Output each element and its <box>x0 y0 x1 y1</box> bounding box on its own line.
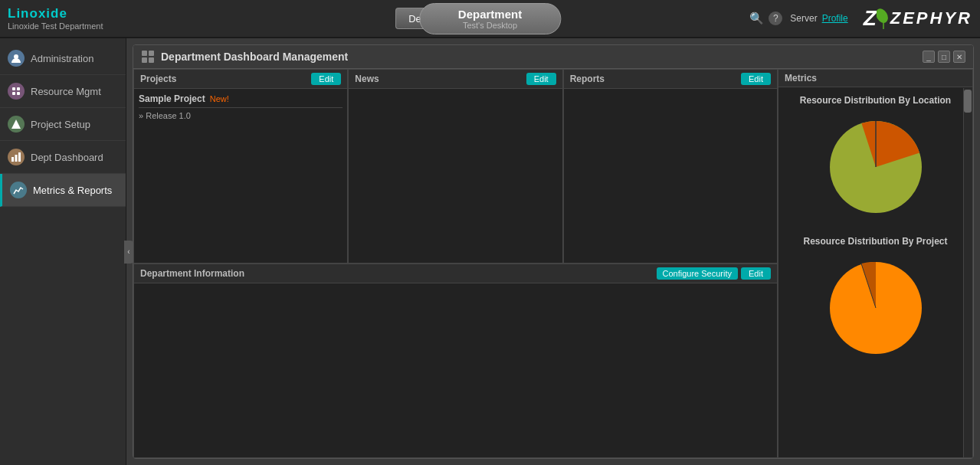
sidebar: Administration Resource Mgmt Project Set… <box>0 38 126 465</box>
sidebar-label-dept-dashboard: Dept Dashboard <box>31 152 103 163</box>
metrics-scrollbar-thumb[interactable] <box>964 90 972 113</box>
svg-marker-7 <box>11 120 21 129</box>
right-area: 🔍 ? Server Profile Z ZEPHYR <box>749 8 972 29</box>
pie-chart-project <box>822 254 929 362</box>
center-dept-area: Department Test's Desktop <box>419 3 561 34</box>
center-dept-subtitle: Test's Desktop <box>458 21 522 30</box>
reports-title: Reports <box>570 74 605 84</box>
center-dept-title: Department <box>458 8 522 21</box>
server-profile-links: Server Profile <box>790 13 847 24</box>
dept-info-header: Department Information Configure Securit… <box>134 264 777 283</box>
sidebar-item-metrics-reports[interactable]: Metrics & Reports <box>0 174 126 207</box>
topbar: Linoxide Linoxide Test Department Depart… <box>0 0 980 38</box>
news-edit-btn[interactable]: Edit <box>526 73 556 85</box>
news-title: News <box>355 74 379 84</box>
projects-body: Sample Project New! » Release 1.0 <box>134 89 347 263</box>
panel-maximize-btn[interactable]: □ <box>938 51 950 63</box>
svg-rect-3 <box>12 87 15 90</box>
svg-rect-10 <box>18 152 21 162</box>
profile-link[interactable]: Profile <box>822 13 848 24</box>
pie-chart-location <box>822 113 929 221</box>
projects-section: Projects Edit Sample Project New! » Rele… <box>133 69 348 264</box>
news-header: News Edit <box>349 70 562 89</box>
metrics-section: Metrics Resource Distribution By Locatio… <box>778 69 973 458</box>
chart1-title: Resource Distribution By Location <box>800 95 951 106</box>
projects-edit-btn[interactable]: Edit <box>311 73 341 85</box>
news-body <box>349 89 562 263</box>
panel-controls: _ □ ✕ <box>923 51 965 63</box>
dept-info-section: Department Information Configure Securit… <box>133 264 778 458</box>
svg-rect-6 <box>17 92 20 95</box>
svg-rect-5 <box>12 92 15 95</box>
project-item: Sample Project New! <box>139 93 343 104</box>
project-releases: » Release 1.0 <box>139 107 343 120</box>
panel-title-area: Department Dashboard Management <box>141 50 348 64</box>
svg-rect-12 <box>149 51 154 56</box>
dashboard-panel: Department Dashboard Management _ □ ✕ Pr… <box>133 44 974 459</box>
metrics-body: Resource Distribution By Location <box>778 87 972 457</box>
chart2-title: Resource Distribution By Project <box>803 236 947 247</box>
sidebar-item-administration[interactable]: Administration <box>0 42 126 75</box>
metrics-header: Metrics <box>778 70 972 87</box>
metrics-scrollbar-track[interactable] <box>963 88 972 457</box>
reports-header: Reports Edit <box>564 70 777 89</box>
help-icon[interactable]: ? <box>769 11 782 25</box>
logo-subtitle: Linoxide Test Department <box>8 21 103 31</box>
reports-body <box>564 89 777 263</box>
admin-icon <box>8 50 25 67</box>
svg-rect-9 <box>15 155 18 162</box>
sidebar-collapse-handle[interactable]: ‹ <box>124 241 133 264</box>
projects-header: Projects Edit <box>134 70 347 89</box>
reports-section: Reports Edit <box>563 69 778 264</box>
project-name: Sample Project <box>139 93 205 104</box>
sidebar-label-metrics-reports: Metrics & Reports <box>33 185 112 196</box>
project-icon <box>8 116 25 133</box>
projects-title: Projects <box>140 74 176 84</box>
panel-close-btn[interactable]: ✕ <box>953 51 965 63</box>
svg-rect-13 <box>142 57 147 63</box>
chart-resource-by-project: Resource Distribution By Project <box>789 236 962 362</box>
svg-rect-8 <box>11 157 14 162</box>
server-link[interactable]: Server <box>790 13 817 24</box>
main-layout: Administration Resource Mgmt Project Set… <box>0 38 980 465</box>
chart-resource-by-location: Resource Distribution By Location <box>789 95 962 221</box>
dept-info-edit-btn[interactable]: Edit <box>741 267 771 280</box>
svg-rect-11 <box>142 51 147 56</box>
logo-area: Linoxide Linoxide Test Department <box>8 6 130 31</box>
panel-minimize-btn[interactable]: _ <box>923 51 935 63</box>
sidebar-item-dept-dashboard[interactable]: Dept Dashboard <box>0 141 126 174</box>
release-item: » Release 1.0 <box>139 111 343 120</box>
zephyr-leaf-icon <box>877 8 890 29</box>
search-icon[interactable]: 🔍 <box>749 11 764 25</box>
svg-rect-14 <box>149 57 154 63</box>
zephyr-logo: Z ZEPHYR <box>864 8 972 29</box>
resource-icon <box>8 83 25 100</box>
sidebar-label-resource-mgmt: Resource Mgmt <box>31 86 101 97</box>
logo-title: Linoxide <box>8 6 67 21</box>
sidebar-label-administration: Administration <box>31 53 93 64</box>
panel-title: Department Dashboard Management <box>161 51 348 63</box>
dept-info-title: Department Information <box>140 268 244 279</box>
sidebar-label-project-setup: Project Setup <box>31 119 90 130</box>
panel-body: Projects Edit Sample Project New! » Rele… <box>133 69 973 458</box>
dept-icon <box>8 149 25 165</box>
sidebar-item-resource-mgmt[interactable]: Resource Mgmt <box>0 75 126 108</box>
metrics-icon <box>10 182 27 198</box>
reports-edit-btn[interactable]: Edit <box>741 73 771 85</box>
panel-header: Department Dashboard Management _ □ ✕ <box>133 45 973 69</box>
configure-security-btn[interactable]: Configure Security <box>657 267 739 280</box>
dept-info-body <box>134 283 777 457</box>
project-new-badge: New! <box>210 94 229 103</box>
zephyr-brand-text: ZEPHYR <box>890 8 972 28</box>
news-section: News Edit <box>348 69 562 264</box>
svg-rect-4 <box>17 87 20 90</box>
topbar-icons: 🔍 ? <box>749 11 782 25</box>
dept-info-actions: Configure Security Edit <box>657 267 771 280</box>
content-area: Department Dashboard Management _ □ ✕ Pr… <box>126 38 980 465</box>
sidebar-item-project-setup[interactable]: Project Setup <box>0 108 126 141</box>
dashboard-icon <box>141 50 155 64</box>
